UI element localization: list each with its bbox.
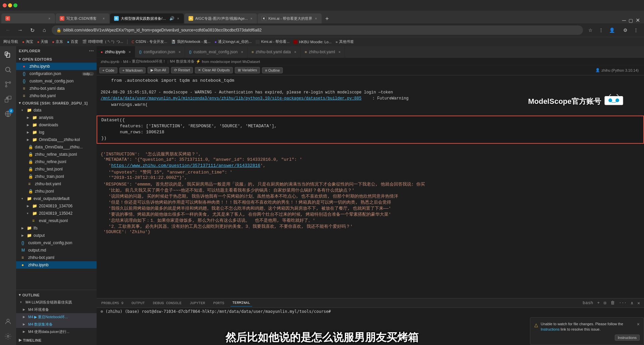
tree-custom-config[interactable]: {} custom_eval_config.json [16, 239, 97, 247]
open-editors-section[interactable]: ▾ OPEN EDITORS [16, 56, 97, 63]
tab-close-2[interactable]: × [102, 16, 105, 21]
bookmark-bilibili[interactable]: 🎬 哔哩哔哩（ °- °）つ... [82, 39, 123, 44]
outline-item-juicer[interactable]: ▶ M4 使用data-juicer进行... [16, 328, 97, 335]
explorer-more-icon[interactable]: ··· [89, 48, 94, 54]
terminal-tab-jupyter[interactable]: JUPYTER [187, 300, 207, 306]
tab-close-3[interactable]: × [176, 16, 180, 21]
kernel-label[interactable]: 👤 zhihu (Python 3.10.14) [593, 67, 641, 73]
open-file-config[interactable]: {} configuration.json outp... [16, 70, 97, 77]
tree-train[interactable]: 🔒 zhihu_train.jsonl [16, 173, 97, 180]
editor-tab-yaml-data[interactable]: ≡ zhihu-bot.yaml data × [248, 46, 301, 58]
editor-tab-close-2[interactable]: × [178, 50, 180, 54]
editor-tab-yaml[interactable]: ≡ zhihu-bot.yaml × [301, 46, 345, 58]
terminal-tab-terminal[interactable]: TERMINAL [230, 299, 252, 306]
settings-button[interactable]: ⚙ [621, 25, 630, 35]
tree-zhihu-ipynb[interactable]: ● zhihu.ipynb [16, 261, 97, 269]
instructions-button[interactable]: Instructions [615, 335, 640, 341]
tree-downloads[interactable]: ▶ 📁 downloads [16, 121, 97, 129]
bookmark-csdn[interactable]: C CSDN - 专业开发... [131, 39, 167, 44]
browser-tab-3[interactable]: B 大模型微调实践数据准备/清... 🔊 × [110, 13, 184, 23]
tree-data-folder[interactable]: ▾ 📁 data [16, 107, 97, 114]
profile-button[interactable]: 👤 [607, 25, 616, 35]
bookmark-notebook[interactable]: 📓 我的Notebook - 魔... [171, 39, 210, 44]
bookmark-more[interactable]: » 其他书签 [336, 39, 354, 44]
tree-output[interactable]: ▶ 📁 output [16, 232, 97, 239]
browser-tab-2[interactable]: C 写文章-CSDN博客 × [56, 13, 109, 23]
bookmark-jingdong[interactable]: ● 京东 [52, 39, 63, 44]
tree-jsonl[interactable]: 🔒 zhihu.jsonl [16, 188, 97, 195]
terminal-tab-ports[interactable]: PORTS [211, 300, 226, 306]
variables-button[interactable]: ⊞ Variables [235, 67, 260, 73]
tree-eval-result[interactable]: ≡ eval_result.jsonl [16, 217, 97, 224]
home-button[interactable]: ⌂ [40, 25, 49, 35]
add-code-button[interactable]: + Code [99, 67, 117, 73]
tree-test[interactable]: 🔒 zhihu_test.jsonl [16, 165, 97, 173]
search-activity-icon[interactable] [2, 64, 14, 76]
tree-eval-1[interactable]: ▶ 📁 20240819_134706 [16, 202, 97, 210]
terminal-add-button[interactable]: + [596, 300, 601, 306]
bookmark-hkbu[interactable]: HKBU Moodle: Lo... [293, 40, 331, 44]
tree-yaml-root[interactable]: ≡ zhihu-bot.yaml [16, 254, 97, 261]
browser-tab-5[interactable]: K Kimi.ai - 帮你看更大的世界 × [258, 13, 322, 23]
close-button[interactable] [3, 3, 7, 7]
outline-item-restart[interactable]: ▶ M4 ▶ 重启Notebook环... [16, 313, 97, 321]
minimize-button[interactable] [8, 3, 12, 7]
clear-outputs-button[interactable]: ✕ Clear All Outputs [195, 67, 233, 73]
bookmark-navigation[interactable]: 网址导航 [3, 39, 18, 44]
tree-stats[interactable]: 🔒 zhihu_refine_stats.jsonl [16, 151, 97, 158]
terminal-split-button[interactable]: ⊟ [602, 300, 608, 306]
accounts-activity-icon[interactable] [2, 316, 14, 328]
explorer-activity-icon[interactable] [2, 49, 14, 61]
open-file-yaml2[interactable]: ≡ zhihu-bot.yaml [16, 92, 97, 99]
terminal-close-button[interactable]: ✕ [636, 300, 641, 306]
editor-tab-zhihu[interactable]: ● zhihu.ipynb × [97, 46, 135, 58]
browser-tab-4[interactable]: A AIGC专题-图片/声音/视频/Age... × [184, 13, 257, 23]
new-tab-button[interactable]: + [322, 14, 332, 23]
restore-window-icon[interactable]: ▢ [629, 18, 633, 23]
editor-tab-close-5[interactable]: × [338, 50, 340, 54]
tree-omnidata[interactable]: ▶ 📁 OmniData___zhihu-kol [16, 136, 97, 143]
bookmark-taobao[interactable]: ● 淘宝 [22, 39, 33, 44]
tree-yaml-data[interactable]: ≡ zhihu-bot.yaml [16, 180, 97, 188]
tree-lfs[interactable]: ▶ 📁 lfs [16, 224, 97, 232]
outline-header[interactable]: ▾ OUTLINE [16, 291, 97, 298]
tree-log[interactable]: ▶ 📁 log [16, 129, 97, 136]
forward-button[interactable]: → [15, 25, 25, 35]
terminal-chevron-up-button[interactable]: ∧ [629, 300, 635, 306]
terminal-tab-output[interactable]: OUTPUT [129, 300, 147, 306]
bookmark-baidu[interactable]: ● 百度 [67, 39, 78, 44]
remote-activity-icon[interactable] [2, 108, 14, 120]
editor-tab-close-3[interactable]: × [241, 50, 243, 54]
tree-eval-outputs[interactable]: ▾ 📁 eval_outputs/default [16, 195, 97, 202]
outline-item-env[interactable]: ▶ M4 环境准备 [16, 306, 97, 313]
tree-eval-2[interactable]: ▾ 📁 20240819_135042 [16, 210, 97, 217]
extensions-activity-icon[interactable] [2, 93, 14, 105]
tab-close-4[interactable]: × [250, 16, 253, 21]
course-section[interactable]: ▾ COURSE [SSH: SHARED_2GPU_1] [16, 99, 97, 107]
add-markdown-button[interactable]: + Markdown [119, 67, 146, 73]
tree-refine[interactable]: 🔒 zhihu_refine.jsonl [16, 158, 97, 165]
open-file-zhihu[interactable]: ● zhihu.ipynb [16, 63, 97, 70]
maximize-button[interactable] [13, 3, 17, 7]
tree-output-md[interactable]: M output.md [16, 247, 97, 254]
tree-data-omni-file[interactable]: 🔒 data_OmniData___zhihu... [16, 143, 97, 151]
minimize-window-icon[interactable]: ─ [622, 17, 626, 23]
timeline-header[interactable]: ▶ TIMELINE [16, 337, 97, 344]
source-control-activity-icon[interactable] [2, 78, 14, 90]
back-button[interactable]: ← [3, 25, 13, 35]
editor-tab-close-1[interactable]: × [128, 50, 130, 54]
terminal-more-button[interactable]: ··· [618, 300, 628, 306]
extensions-button[interactable]: ⋮ [596, 25, 606, 35]
address-bar[interactable]: 🔒 [52, 25, 583, 35]
menu-button[interactable]: ⋮ [631, 25, 641, 35]
notification-close-button[interactable]: × [637, 322, 640, 327]
browser-tab-1[interactable]: C × [1, 13, 55, 23]
editor-tab-close-4[interactable]: × [294, 50, 296, 54]
open-file-yaml1[interactable]: ≡ zhihu-bot.yaml data [16, 85, 97, 92]
bookmark-star-button[interactable]: ☆ [586, 25, 595, 35]
editor-tab-eval[interactable]: {} custom_eval_config.json × [185, 46, 248, 58]
code-text-path[interactable]: /mnt/data/data/user/maoyunlin.myl/minico… [98, 96, 372, 102]
terminal-tab-debug[interactable]: DEBUG CONSOLE [151, 300, 184, 306]
reload-button[interactable]: ↻ [28, 25, 37, 35]
tab-close-1[interactable]: × [48, 16, 51, 21]
